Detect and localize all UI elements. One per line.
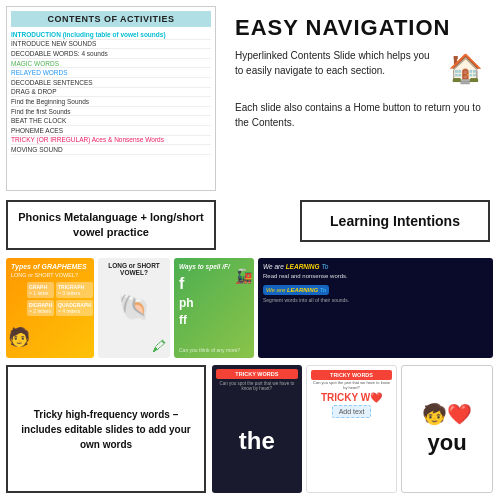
slide-graphemes: 🧑 Types of GRAPHEMES LONG or SHORT VOWEL… [6, 258, 94, 358]
slide-vowel-title: LONG or SHORT VOWEL? [102, 262, 166, 276]
nav-panel: EASY NAVIGATION Hyperlinked Contents Sli… [225, 6, 493, 191]
add-text-box: Add text [332, 405, 372, 418]
contents-title: CONTENTS OF ACTIVITIES [11, 11, 211, 27]
nav-title: EASY NAVIGATION [235, 16, 483, 40]
learn1-badge-learning: LEARNING [287, 287, 318, 293]
list-item: Find the Beginning Sounds [11, 97, 211, 107]
list-item: BEAT THE CLOCK [11, 116, 211, 126]
learn1-sub-body: Segment words into all of their sounds. [263, 297, 488, 304]
slide-fspell: 🚂 Ways to spell /F/ f ph ff Can you thin… [174, 258, 254, 358]
contents-panel: CONTENTS OF ACTIVITIES INTRODUCTION (inc… [6, 6, 216, 191]
learn1-learning: LEARNING [286, 263, 322, 270]
tricky-sub-2: Can you spot the part that we have to kn… [311, 380, 393, 390]
list-item: PHONEME ACES [11, 126, 211, 136]
list-item: DECODABLE SENTENCES [11, 78, 211, 88]
person-icon: 🧑 [8, 326, 30, 348]
list-item: INTRODUCE NEW SOUNDS [11, 40, 211, 50]
shell-icon: 🐚 [118, 292, 150, 323]
learning-intentions-box: Learning Intentions [300, 200, 490, 242]
learn1-to: To [321, 263, 328, 270]
slides-strip: 🧑 Types of GRAPHEMES LONG or SHORT VOWEL… [6, 258, 493, 358]
f-letter-ff: ff [179, 313, 249, 327]
list-item: MOVING SOUND [11, 145, 211, 155]
bottom-desc-box: Tricky high-frequency words – includes e… [6, 365, 206, 493]
crayon-icon: 🖍 [152, 338, 166, 354]
learn1-badge: We are LEARNING To [263, 285, 329, 295]
f-caption: Can you think of any more? [179, 347, 249, 353]
slide-tricky-edit: TRICKY WORDS Can you spot the part that … [306, 365, 398, 493]
nav-body1: Hyperlinked Contents Slide which helps y… [235, 48, 483, 90]
train-icon: 🚂 [235, 268, 252, 284]
tricky-word-label: TRICKY W❤️ [321, 392, 382, 403]
tricky-word-the: the [239, 427, 275, 455]
phonics-text: Phonics Metalanguage + long/short vowel … [12, 210, 210, 241]
page-container: CONTENTS OF ACTIVITIES INTRODUCTION (inc… [0, 0, 500, 500]
tricky-sub-1: Can you spot the part that we have to kn… [216, 381, 298, 391]
house-icon: 🏠 [448, 48, 483, 90]
list-item: INTRODUCTION (including table of vowel s… [11, 30, 211, 40]
slide-learning1: We are LEARNING To Read real and nonsens… [258, 258, 493, 358]
learn1-body: Read real and nonsense words. [263, 272, 488, 281]
learn1-header: We are LEARNING To [263, 263, 488, 270]
person-heart-icon: 🧒❤️ [422, 402, 472, 426]
phonics-box: Phonics Metalanguage + long/short vowel … [6, 200, 216, 250]
bottom-row: Tricky high-frequency words – includes e… [6, 365, 493, 493]
grapheme-cell-digraph: DIGRAPH= 2 letters [27, 300, 54, 316]
learn1-badge-we: We are [266, 287, 287, 293]
nav-body2: Each slide also contains a Home button t… [235, 100, 483, 130]
slide-graphemes-title: Types of GRAPHEMES [11, 263, 89, 270]
learn1-we: We are [263, 263, 286, 270]
word-you: you [428, 430, 467, 456]
list-item: DECODABLE WORDS: 4 sounds [11, 49, 211, 59]
list-item: TRICKY (OR IRREGULAR) Aces & Nonsense Wo… [11, 136, 211, 146]
contents-list: INTRODUCTION (including table of vowel s… [11, 30, 211, 155]
learning-title: Learning Intentions [330, 213, 460, 229]
grapheme-cell-graph: GRAPH= 1 letter [27, 282, 54, 298]
grapheme-cell-quadgraph: QUADGRAPH= 4 letters [56, 300, 93, 316]
slide-long-short-label: LONG or SHORT VOWEL? [11, 272, 89, 278]
bottom-slides: TRICKY WORDS Can you spot the part that … [212, 365, 493, 493]
slide-vowel: LONG or SHORT VOWEL? 🐚 🖍 [98, 258, 170, 358]
list-item: MAGIC WORDS [11, 59, 211, 69]
tricky-header-2: TRICKY WORDS [311, 370, 393, 380]
grapheme-cell-trigraph: TRIGRAPH= 3 letters [56, 282, 93, 298]
list-item: RELAYED WORDS [11, 68, 211, 78]
slide-you: 🧒❤️ you [401, 365, 493, 493]
tricky-header-1: TRICKY WORDS [216, 369, 298, 379]
slide-tricky-the: TRICKY WORDS Can you spot the part that … [212, 365, 302, 493]
learn1-badge-to: To [320, 287, 326, 293]
f-letter-ph: ph [179, 296, 249, 310]
bottom-desc-text: Tricky high-frequency words – includes e… [14, 407, 198, 452]
grapheme-grid: GRAPH= 1 letter TRIGRAPH= 3 letters DIGR… [27, 282, 89, 316]
list-item: Find the first Sounds [11, 107, 211, 117]
list-item: DRAG & DROP [11, 88, 211, 98]
